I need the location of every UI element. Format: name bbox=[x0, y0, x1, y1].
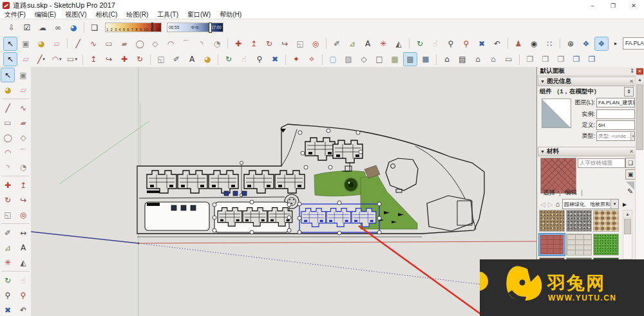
menu-item-2[interactable]: 视图(V) bbox=[61, 10, 91, 19]
orbit-tool[interactable]: ↻ bbox=[222, 52, 236, 66]
zoom-extents-tool[interactable]: ✖ bbox=[475, 37, 489, 51]
zoom-tool[interactable]: ⚲ bbox=[252, 52, 267, 66]
back-edges-mode-icon[interactable]: ▨ bbox=[341, 52, 355, 66]
view-top-icon[interactable]: ▤ bbox=[455, 52, 469, 66]
scene-helper-tool-active[interactable]: ❖ bbox=[594, 37, 609, 51]
paint-bucket-tool[interactable]: ◕ bbox=[200, 52, 214, 66]
two-point-arc-tool[interactable]: ⌒ bbox=[179, 37, 193, 51]
scale-tool[interactable]: ◱ bbox=[154, 52, 168, 66]
three-point-arc-tool[interactable]: ◝ bbox=[194, 37, 209, 51]
tray-scroll-thumb[interactable] bbox=[636, 84, 643, 150]
minimize-button[interactable]: – bbox=[582, 0, 603, 11]
arc-tool[interactable]: ◠▾ bbox=[50, 52, 64, 66]
line-tool-caret-icon[interactable]: ▾ bbox=[43, 57, 45, 62]
axes-tool[interactable]: ✳ bbox=[1, 255, 15, 270]
scale-tool[interactable]: ◱ bbox=[1, 207, 15, 222]
push-pull-tool[interactable]: ↥ bbox=[86, 52, 100, 66]
tab-edit[interactable]: 编辑 bbox=[562, 189, 580, 197]
menu-item-0[interactable]: 文件(F) bbox=[0, 10, 30, 19]
section-plane-icon[interactable]: ❐ bbox=[523, 52, 537, 66]
make-component-tool[interactable]: ▣ bbox=[16, 68, 30, 82]
monochrome-mode-icon[interactable]: ■ bbox=[419, 52, 433, 66]
rotate-tool[interactable]: ↻ bbox=[133, 52, 147, 66]
zoom-extents-tool[interactable]: ✖ bbox=[268, 52, 282, 66]
push-pull-tool[interactable]: ↥ bbox=[16, 178, 30, 192]
text-tool[interactable]: A bbox=[185, 52, 199, 66]
materials-header[interactable]: ▼ 材料 ✕ bbox=[538, 147, 636, 156]
display-secondary-pane-icon[interactable]: ❏ bbox=[625, 158, 636, 168]
view-iso-icon[interactable]: ⌂ bbox=[440, 52, 454, 66]
component-edit-icon[interactable]: ❐ bbox=[585, 52, 599, 66]
paint-bucket-tool[interactable]: ◕ bbox=[1, 82, 15, 97]
shaded-mode-icon[interactable]: ▦ bbox=[388, 52, 402, 66]
material-swatch-brown-gravel[interactable] bbox=[539, 210, 565, 232]
materials-caret-icon[interactable]: ▼ bbox=[540, 149, 545, 154]
look-around-tool[interactable]: ◉ bbox=[527, 37, 541, 51]
pie-tool[interactable]: ◔ bbox=[16, 160, 30, 174]
collection-dropdown[interactable]: 园林绿化、地被层和 ▾ bbox=[562, 199, 619, 209]
camera-target-tool[interactable]: ⊕ bbox=[564, 37, 578, 51]
layer-dropdown[interactable]: FA.PLAN_建筑轮 ▾ bbox=[623, 37, 644, 50]
pan-tool[interactable]: ☝ bbox=[237, 52, 251, 66]
freehand-tool[interactable]: ∿ bbox=[16, 100, 30, 115]
middle-building-cluster[interactable] bbox=[213, 200, 292, 234]
menu-item-7[interactable]: 帮助(H) bbox=[215, 10, 246, 19]
add-link-icon[interactable]: ∞ bbox=[51, 21, 65, 35]
material-swatch-pebbles[interactable] bbox=[593, 210, 619, 232]
rectangle-tool[interactable]: ▭▾ bbox=[65, 52, 79, 66]
push-pull-tool[interactable]: ↥ bbox=[247, 37, 261, 51]
zoom-tool[interactable]: ⚲ bbox=[444, 37, 458, 51]
eraser-tool[interactable]: ▱ bbox=[16, 82, 30, 97]
circle-tool[interactable]: ◯ bbox=[1, 130, 15, 145]
protractor-tool[interactable]: ⊿ bbox=[1, 240, 15, 255]
materials-scroll-up-icon[interactable]: ▲ bbox=[623, 210, 632, 218]
zoom-window-tool[interactable]: ⚲ bbox=[459, 37, 473, 51]
follow-me-tool[interactable]: ↪ bbox=[16, 192, 30, 207]
tray-close-icon[interactable]: ✕ bbox=[636, 68, 643, 75]
entity-info-header[interactable]: ▼ 图元信息 ✕ bbox=[538, 77, 636, 86]
rotate-tool[interactable]: ↻ bbox=[1, 192, 15, 207]
eraser-tool[interactable]: ▱ bbox=[50, 37, 64, 51]
hidden-line-mode-icon[interactable]: □ bbox=[372, 52, 386, 66]
model-check-icon[interactable]: ☑ bbox=[20, 21, 34, 35]
type-field-combo[interactable]: 类型: <unde... bbox=[596, 131, 635, 141]
pin-icon[interactable]: ↧ bbox=[630, 68, 634, 74]
shadow-time-slider[interactable]: 06:55 中午 17:00 bbox=[167, 23, 223, 32]
move-tool[interactable]: ✚ bbox=[117, 52, 131, 66]
menu-item-5[interactable]: 工具(T) bbox=[153, 10, 183, 19]
home-icon[interactable]: ⌂ bbox=[555, 200, 560, 208]
follow-me-tool[interactable]: ↪ bbox=[102, 52, 116, 66]
orbit-tool[interactable]: ↻ bbox=[1, 273, 15, 288]
arc-tool[interactable]: ◠ bbox=[164, 37, 178, 51]
time-slider-thumb[interactable] bbox=[209, 23, 212, 33]
tree-symbol[interactable] bbox=[345, 178, 358, 192]
offset-tool[interactable]: ◎ bbox=[308, 37, 323, 51]
style-edit-icon[interactable]: ✧ bbox=[305, 52, 319, 66]
dimension-tool[interactable]: ↔ bbox=[16, 225, 30, 240]
rectangle-tool[interactable]: ▭ bbox=[1, 115, 15, 130]
material-name-input[interactable]: 人字纹砖铺面 bbox=[578, 158, 625, 168]
eyedropper-icon[interactable]: ✎ bbox=[627, 187, 633, 196]
text-tool[interactable]: A bbox=[16, 240, 30, 255]
instance-field-input[interactable] bbox=[596, 109, 635, 119]
materials-scrollbar[interactable]: ▲ bbox=[623, 210, 632, 259]
rotate-tool[interactable]: ↻ bbox=[262, 37, 276, 51]
select-tool[interactable]: ↖ bbox=[1, 68, 15, 82]
line-tool[interactable]: ╱ bbox=[71, 37, 85, 51]
pan-tool[interactable]: ☝ bbox=[428, 37, 442, 51]
move-tool[interactable]: ✚ bbox=[231, 37, 245, 51]
section-cut-icon[interactable]: ❐ bbox=[538, 52, 553, 66]
shaded-textures-mode-icon[interactable]: ▩ bbox=[403, 52, 417, 66]
collection-dropdown-caret-icon[interactable]: ▾ bbox=[611, 200, 618, 209]
pan-tool[interactable]: ☝ bbox=[16, 273, 30, 288]
make-component-tool[interactable]: ▣ bbox=[19, 37, 33, 51]
follow-me-tool[interactable]: ↪ bbox=[278, 37, 292, 51]
tray-scroll-up-icon[interactable]: ▲ bbox=[636, 76, 644, 84]
xray-mode-icon[interactable]: ▢ bbox=[326, 52, 340, 66]
tape-measure-tool[interactable]: ✐ bbox=[169, 52, 184, 66]
material-swatch-pavers[interactable] bbox=[566, 234, 592, 256]
paint-bucket-tool[interactable]: ◕ bbox=[34, 37, 48, 51]
menu-item-4[interactable]: 绘图(R) bbox=[122, 10, 153, 19]
line-tool[interactable]: ╱ bbox=[1, 100, 15, 115]
site-plan-drawing[interactable] bbox=[31, 67, 536, 316]
